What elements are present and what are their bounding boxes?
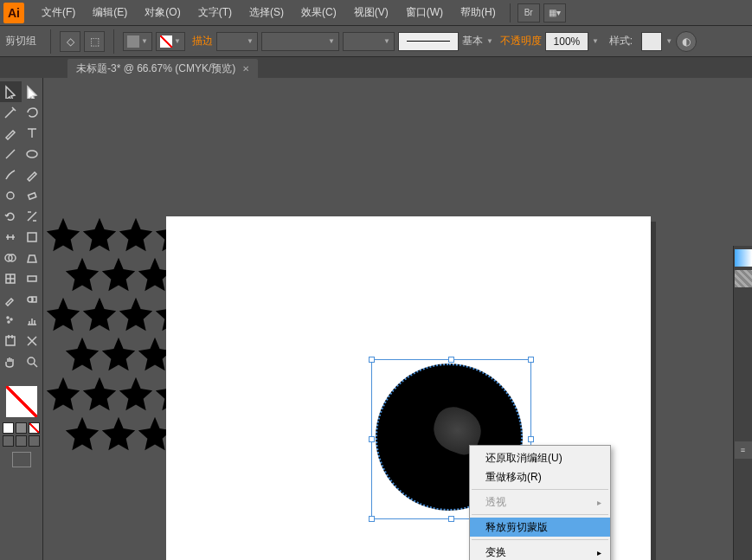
pen-tool[interactable] bbox=[0, 123, 22, 144]
rotate-tool[interactable] bbox=[0, 206, 22, 227]
brush-def-dropdown[interactable] bbox=[343, 32, 395, 51]
opacity-input[interactable] bbox=[545, 32, 588, 51]
handle-mid-left[interactable] bbox=[369, 436, 375, 442]
right-panel-dock: ≡ bbox=[733, 246, 752, 560]
style-swatch[interactable] bbox=[641, 32, 662, 51]
direct-selection-tool[interactable] bbox=[22, 81, 43, 102]
handle-top-left[interactable] bbox=[369, 357, 375, 363]
star-shape[interactable] bbox=[116, 374, 156, 414]
handle-mid-right[interactable] bbox=[528, 436, 534, 442]
svg-rect-7 bbox=[28, 276, 36, 281]
star-shape[interactable] bbox=[80, 215, 119, 254]
menu-edit[interactable]: 编辑(E) bbox=[84, 0, 136, 25]
star-shape[interactable] bbox=[43, 215, 83, 254]
screen-mode-button[interactable] bbox=[12, 452, 31, 467]
menu-view[interactable]: 视图(V) bbox=[345, 0, 397, 25]
stroke-panel-icon[interactable]: ≡ bbox=[735, 441, 752, 459]
magic-wand-tool[interactable] bbox=[0, 102, 22, 123]
bridge-button[interactable]: Br bbox=[517, 3, 540, 23]
svg-point-14 bbox=[28, 357, 35, 364]
document-tab[interactable]: 未标题-3* @ 66.67% (CMYK/预览) ✕ bbox=[67, 59, 258, 78]
width-tool[interactable] bbox=[0, 227, 22, 248]
brush-tool[interactable] bbox=[0, 164, 22, 185]
none-mode-btn[interactable] bbox=[29, 422, 40, 434]
close-icon[interactable]: ✕ bbox=[242, 64, 249, 74]
star-shape[interactable] bbox=[116, 215, 156, 254]
pencil-tool[interactable] bbox=[22, 164, 43, 185]
menu-effect[interactable]: 效果(C) bbox=[292, 0, 345, 25]
context-menu-item[interactable]: 还原取消编组(U) bbox=[470, 448, 610, 467]
no-fill-dropdown[interactable] bbox=[156, 32, 185, 51]
draw-behind-btn[interactable] bbox=[16, 435, 27, 447]
color-mode-btn[interactable] bbox=[3, 422, 14, 434]
handle-top-center[interactable] bbox=[448, 357, 454, 363]
star-shape[interactable] bbox=[99, 414, 138, 454]
perspective-tool[interactable] bbox=[22, 248, 43, 268]
swatches-panel-icon[interactable] bbox=[735, 270, 752, 287]
graph-tool[interactable] bbox=[22, 310, 43, 331]
scale-tool[interactable] bbox=[22, 206, 43, 227]
star-shape[interactable] bbox=[80, 294, 119, 334]
star-shape[interactable] bbox=[43, 374, 83, 414]
menu-file[interactable]: 文件(F) bbox=[33, 0, 84, 25]
zoom-tool[interactable] bbox=[22, 351, 43, 372]
star-shape[interactable] bbox=[116, 294, 156, 334]
fill-stroke-swatch[interactable] bbox=[6, 386, 37, 417]
symbol-sprayer-tool[interactable] bbox=[0, 310, 22, 331]
context-menu-item[interactable]: 释放剪切蒙版 bbox=[470, 518, 610, 537]
color-panel-icon[interactable] bbox=[735, 249, 752, 267]
line-tool[interactable] bbox=[0, 144, 22, 164]
star-shape[interactable] bbox=[62, 334, 102, 374]
selection-tool[interactable] bbox=[0, 81, 22, 102]
context-menu-item[interactable]: 变换 bbox=[470, 543, 610, 560]
menu-select[interactable]: 选择(S) bbox=[241, 0, 292, 25]
artboard-tool[interactable] bbox=[0, 331, 22, 351]
type-tool[interactable] bbox=[22, 123, 43, 144]
handle-bottom-center[interactable] bbox=[448, 516, 454, 522]
star-shape[interactable] bbox=[43, 294, 83, 334]
lasso-tool[interactable] bbox=[22, 102, 43, 123]
control-bar: 剪切组 ◇ ⬚ 描边 基本 ▼ 不透明度 ▼ 样式: ▼ ◐ bbox=[0, 26, 752, 57]
stroke-weight-dropdown[interactable] bbox=[216, 32, 258, 51]
gradient-mode-btn[interactable] bbox=[16, 422, 27, 434]
blend-tool[interactable] bbox=[22, 289, 43, 310]
mesh-tool[interactable] bbox=[0, 268, 22, 289]
opacity-label: 不透明度 bbox=[500, 34, 542, 48]
fill-dropdown[interactable] bbox=[123, 32, 152, 51]
menu-bar: Ai 文件(F) 编辑(E) 对象(O) 文字(T) 选择(S) 效果(C) 视… bbox=[0, 0, 752, 26]
canvas[interactable]: 还原取消编组(U)重做移动(R)透视释放剪切蒙版变换排列选择 bbox=[43, 78, 752, 560]
arrange-documents-button[interactable]: ▦▾ bbox=[543, 3, 566, 23]
eraser-tool[interactable] bbox=[22, 185, 43, 206]
eyedropper-tool[interactable] bbox=[0, 289, 22, 310]
star-shape[interactable] bbox=[99, 254, 138, 294]
edit-mask-button[interactable]: ⬚ bbox=[84, 31, 105, 52]
handle-top-right[interactable] bbox=[528, 357, 534, 363]
ellipse-tool[interactable] bbox=[22, 144, 43, 164]
app-logo: Ai bbox=[3, 3, 24, 23]
menu-window[interactable]: 窗口(W) bbox=[397, 0, 452, 25]
stroke-profile-dropdown[interactable] bbox=[261, 32, 339, 51]
brush-preview[interactable] bbox=[398, 32, 459, 51]
blob-tool[interactable] bbox=[0, 185, 22, 206]
star-shape[interactable] bbox=[62, 254, 102, 294]
menu-object[interactable]: 对象(O) bbox=[136, 0, 189, 25]
gradient-tool[interactable] bbox=[22, 268, 43, 289]
star-shape[interactable] bbox=[62, 414, 102, 454]
edit-contents-button[interactable]: ◇ bbox=[60, 31, 80, 52]
handle-bottom-left[interactable] bbox=[369, 516, 375, 522]
star-shape[interactable] bbox=[99, 334, 138, 374]
context-menu-item[interactable]: 重做移动(R) bbox=[470, 467, 610, 486]
free-transform-tool[interactable] bbox=[22, 227, 43, 248]
shape-builder-tool[interactable] bbox=[0, 248, 22, 268]
slice-tool[interactable] bbox=[22, 331, 43, 351]
svg-point-10 bbox=[7, 317, 9, 319]
hand-tool[interactable] bbox=[0, 351, 22, 372]
svg-point-0 bbox=[27, 151, 37, 158]
svg-point-1 bbox=[7, 192, 14, 199]
draw-normal-btn[interactable] bbox=[3, 435, 14, 447]
menu-type[interactable]: 文字(T) bbox=[190, 0, 241, 25]
menu-help[interactable]: 帮助(H) bbox=[452, 0, 505, 25]
recolor-button[interactable]: ◐ bbox=[676, 31, 697, 52]
draw-inside-btn[interactable] bbox=[29, 435, 40, 447]
star-shape[interactable] bbox=[80, 374, 119, 414]
